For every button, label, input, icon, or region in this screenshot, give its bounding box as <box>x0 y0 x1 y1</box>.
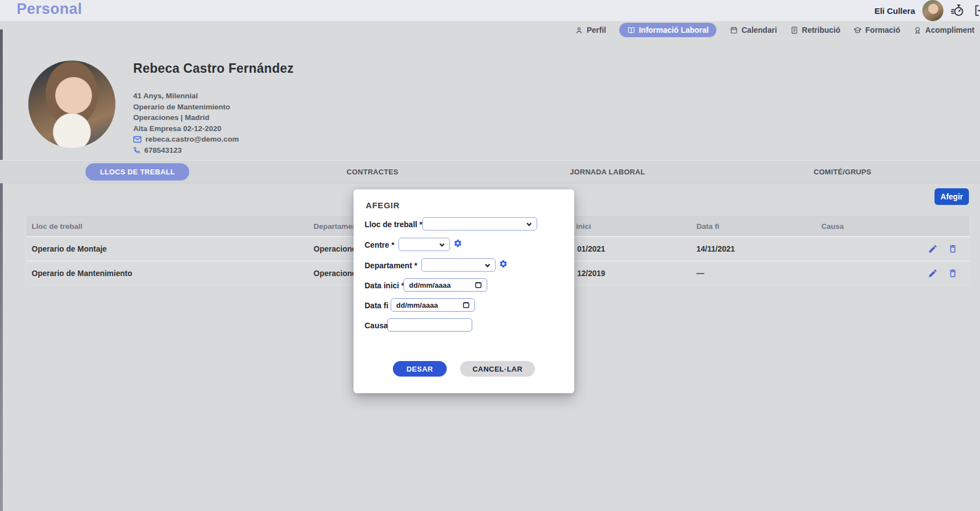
cell-lloc: Operario de Montaje <box>32 244 107 253</box>
section-tabs: Perfil Informació Laboral Calendari Retr… <box>575 21 980 39</box>
subtab-bar: LLOCS DE TREBALL CONTRACTES JORNADA LABO… <box>0 160 980 183</box>
add-button[interactable]: Afegir <box>934 188 969 205</box>
add-dialog: AFEGIR Lloc de treball * Centre * Depart… <box>353 189 574 393</box>
cell-data-fi: — <box>696 269 704 278</box>
data-fi-date-input[interactable]: dd/mm/aaaa <box>391 298 475 312</box>
chevron-down-icon <box>484 262 491 268</box>
calendar-picker-icon <box>463 302 469 308</box>
col-departament: Departament <box>314 222 360 230</box>
subtab-llocs-de-treball[interactable]: LLOCS DE TREBALL <box>85 163 189 181</box>
subtab-jornada-laboral[interactable]: JORNADA LABORAL <box>570 168 645 176</box>
employee-age-generation: 41 Anys, Milennial <box>133 91 239 102</box>
lloc-de-treball-select[interactable] <box>422 217 537 231</box>
departament-label: Departament * <box>365 261 417 270</box>
profile-photo <box>28 61 115 148</box>
save-button[interactable]: DESAR <box>393 361 447 377</box>
employee-hire-date: Alta Empresa 02-12-2020 <box>133 123 239 134</box>
edit-row-icon[interactable] <box>928 244 938 254</box>
data-inici-label: Data inici * <box>365 281 405 290</box>
subtab-comite-grups[interactable]: COMITÉ/GRUPS <box>814 168 871 176</box>
chevron-down-icon <box>439 242 445 248</box>
cell-lloc: Operario de Mantenimiento <box>32 269 132 278</box>
cell-data-inici: 12/2019 <box>577 269 605 278</box>
tab-perfil[interactable]: Perfil <box>575 26 606 34</box>
employee-phone: 678543123 <box>144 145 182 156</box>
tab-label: Retribució <box>802 26 840 34</box>
date-placeholder: dd/mm/aaaa <box>409 281 451 289</box>
centre-select[interactable] <box>398 238 450 251</box>
employee-department-location: Operaciones | Madrid <box>133 112 239 123</box>
departament-select[interactable] <box>421 258 496 272</box>
employee-phone-row: 678543123 <box>133 145 239 156</box>
cell-data-inici: 01/2021 <box>577 244 605 253</box>
data-fi-label: Data fi <box>365 301 388 310</box>
chevron-down-icon <box>526 221 532 227</box>
delete-row-icon[interactable] <box>948 244 958 254</box>
tab-formacio[interactable]: Formació <box>853 26 900 34</box>
causa-input[interactable] <box>387 318 472 332</box>
delete-row-icon[interactable] <box>948 268 958 278</box>
tab-label: Perfil <box>587 26 606 34</box>
centre-settings-gear-icon[interactable] <box>453 239 462 248</box>
calendar-picker-icon <box>475 282 482 288</box>
top-header: Personal Eli Cullera <box>0 0 980 21</box>
tab-retribucio[interactable]: Retribució <box>790 26 840 34</box>
envelope-icon <box>133 136 142 143</box>
date-placeholder: dd/mm/aaaa <box>396 301 438 309</box>
col-causa: Causa <box>821 222 844 230</box>
app-canvas: Personal Eli Cullera <box>0 0 980 511</box>
award-icon <box>913 26 922 34</box>
causa-label: Causa <box>365 321 388 330</box>
tab-informacio-laboral[interactable]: Informació Laboral <box>619 23 716 37</box>
user-avatar[interactable] <box>922 0 943 21</box>
employee-details: 41 Anys, Milennial Operario de Mantenimi… <box>133 91 239 156</box>
centre-label: Centre * <box>365 241 395 249</box>
document-icon <box>790 26 799 34</box>
employee-email: rebeca.castro@demo.com <box>145 134 239 145</box>
cell-data-fi: 14/11/2021 <box>696 244 735 253</box>
tab-label: Formació <box>865 26 900 34</box>
tab-label: Calendari <box>741 26 777 34</box>
edit-row-icon[interactable] <box>928 268 938 278</box>
current-user-name: Eli Cullera <box>875 6 915 16</box>
open-book-icon <box>627 26 635 34</box>
phone-icon <box>133 147 140 154</box>
tab-acompliment[interactable]: Acompliment <box>913 26 974 34</box>
departament-settings-gear-icon[interactable] <box>499 259 508 268</box>
dialog-title: AFEGIR <box>366 201 400 210</box>
employee-job-title: Operario de Mantenimiento <box>133 102 239 113</box>
employee-name: Rebeca Castro Fernández <box>133 61 294 76</box>
col-data-fi: Data fi <box>696 222 719 230</box>
graduation-cap-icon <box>853 26 862 34</box>
tab-label: Informació Laboral <box>639 26 709 34</box>
cancel-button[interactable]: CANCEL·LAR <box>460 361 535 377</box>
person-icon <box>575 26 583 34</box>
tab-calendari[interactable]: Calendari <box>730 26 777 34</box>
header-right-group: Eli Cullera <box>875 0 980 21</box>
lloc-de-treball-label: Lloc de treball * <box>365 220 422 229</box>
calendar-icon <box>730 26 738 34</box>
logout-icon[interactable] <box>972 3 980 18</box>
page-title: Personal <box>17 1 82 18</box>
subtab-contractes[interactable]: CONTRACTES <box>347 168 398 176</box>
data-inici-date-input[interactable]: dd/mm/aaaa <box>403 278 487 292</box>
tab-label: Acompliment <box>925 26 974 34</box>
collapsed-sidebar-handle[interactable] <box>0 29 3 511</box>
employee-email-row: rebeca.castro@demo.com <box>133 134 239 145</box>
time-tracking-icon[interactable] <box>951 3 965 18</box>
col-lloc-de-treball: Lloc de treball <box>32 222 83 230</box>
